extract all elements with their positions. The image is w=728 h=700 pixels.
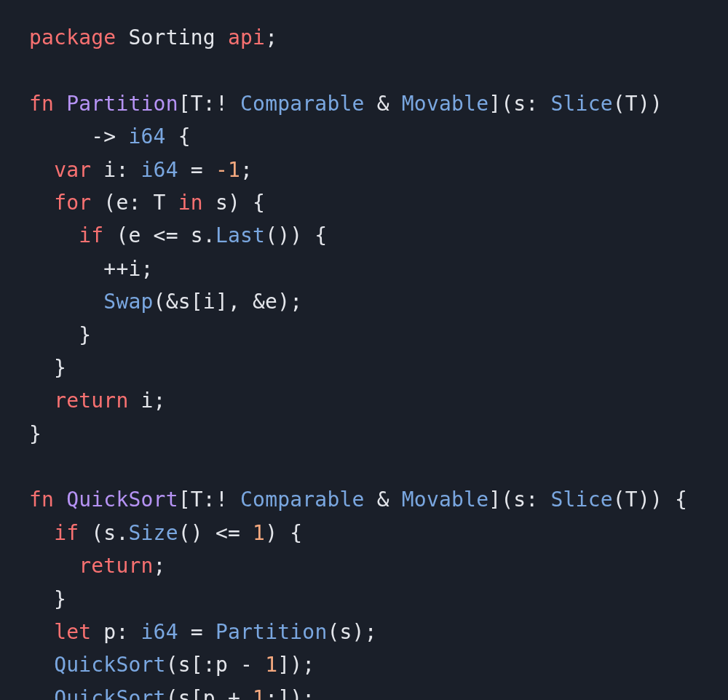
- code-token: (e: T: [91, 191, 178, 215]
- code-token: ()) {: [265, 223, 327, 247]
- code-token: Slice: [550, 92, 612, 116]
- code-token: -1: [215, 158, 240, 182]
- code-token: }: [29, 422, 41, 446]
- code-line: Swap(&s[i], &e);: [29, 290, 302, 314]
- code-token: ](s:: [488, 488, 550, 512]
- code-line: if (s.Size() <= 1) {: [29, 521, 302, 545]
- code-token: [T:!: [178, 92, 240, 116]
- code-token: &: [365, 92, 402, 116]
- code-token: s) {: [203, 191, 265, 215]
- code-token: =: [178, 620, 215, 644]
- code-token: () <=: [178, 521, 253, 545]
- code-token: 1: [253, 521, 265, 545]
- code-token: (T)): [613, 92, 662, 116]
- code-line: fn Partition[T:! Comparable & Movable](s…: [29, 92, 662, 116]
- code-token: Movable: [402, 92, 488, 116]
- code-line: package Sorting api;: [29, 25, 277, 49]
- code-line: return;: [29, 554, 166, 578]
- code-token: (s[p +: [166, 686, 253, 700]
- code-token: ) {: [265, 521, 302, 545]
- code-line: if (e <= s.Last()) {: [29, 223, 327, 247]
- code-token: }: [29, 323, 91, 347]
- code-line: var i: i64 = -1;: [29, 158, 253, 182]
- code-token: (e <= s.: [103, 223, 215, 247]
- code-token: :]);: [265, 686, 314, 700]
- code-line: }: [29, 422, 41, 446]
- code-token: i64: [141, 158, 178, 182]
- code-token: i64: [128, 124, 165, 148]
- code-token: ++i;: [29, 257, 154, 281]
- code-content: package Sorting api; fn Partition[T:! Co…: [29, 25, 687, 700]
- code-token: package: [29, 25, 116, 49]
- code-token: Comparable: [240, 92, 365, 116]
- code-line: QuickSort(s[p + 1:]);: [29, 686, 314, 700]
- code-line: return i;: [29, 389, 166, 413]
- code-line: }: [29, 356, 66, 380]
- code-token: [29, 686, 54, 700]
- code-token: [29, 521, 54, 545]
- code-token: &: [365, 488, 402, 512]
- code-line: let p: i64 = Partition(s);: [29, 620, 377, 644]
- code-token: [29, 389, 54, 413]
- code-token: Last: [215, 223, 265, 247]
- code-token: [29, 158, 54, 182]
- code-token: }: [29, 587, 66, 611]
- code-token: 1: [265, 653, 277, 677]
- code-token: Swap: [103, 290, 153, 314]
- code-token: [29, 620, 54, 644]
- code-token: [29, 554, 79, 578]
- code-token: fn: [29, 488, 54, 512]
- code-line: fn QuickSort[T:! Comparable & Movable](s…: [29, 488, 687, 512]
- code-token: Partition: [215, 620, 328, 644]
- code-token: [T:!: [178, 488, 240, 512]
- code-token: Slice: [550, 488, 612, 512]
- code-token: if: [79, 223, 103, 247]
- code-token: Comparable: [240, 488, 365, 512]
- code-token: [29, 290, 103, 314]
- code-token: QuickSort: [54, 653, 166, 677]
- code-line: QuickSort(s[:p - 1]);: [29, 653, 314, 677]
- code-line: -> i64 {: [29, 124, 191, 148]
- code-token: [54, 488, 66, 512]
- code-block: package Sorting api; fn Partition[T:! Co…: [0, 0, 728, 700]
- code-token: i;: [128, 389, 165, 413]
- code-token: Partition: [66, 92, 178, 116]
- code-token: }: [29, 356, 66, 380]
- code-token: return: [54, 389, 128, 413]
- code-token: (s.: [79, 521, 128, 545]
- code-token: ->: [29, 124, 128, 148]
- code-token: ]);: [277, 653, 314, 677]
- code-token: return: [79, 554, 153, 578]
- code-token: Size: [128, 521, 178, 545]
- code-token: (T)) {: [613, 488, 687, 512]
- code-token: [29, 653, 54, 677]
- code-token: =: [178, 158, 215, 182]
- code-line: ++i;: [29, 257, 154, 281]
- code-token: [54, 92, 66, 116]
- code-token: [29, 191, 54, 215]
- code-token: if: [54, 521, 79, 545]
- code-line: for (e: T in s) {: [29, 191, 265, 215]
- code-line: }: [29, 587, 66, 611]
- code-token: QuickSort: [66, 488, 178, 512]
- code-token: 1: [253, 686, 265, 700]
- code-token: var: [54, 158, 91, 182]
- code-token: Movable: [402, 488, 488, 512]
- code-token: (s[:p -: [166, 653, 265, 677]
- code-token: {: [166, 124, 191, 148]
- code-token: ](s:: [488, 92, 550, 116]
- code-token: QuickSort: [54, 686, 166, 700]
- code-token: ;: [265, 25, 277, 49]
- code-token: i:: [91, 158, 141, 182]
- code-token: Sorting: [116, 25, 228, 49]
- code-token: fn: [29, 92, 54, 116]
- code-token: api: [228, 25, 265, 49]
- code-line: }: [29, 323, 91, 347]
- code-token: i64: [141, 620, 178, 644]
- code-token: p:: [91, 620, 141, 644]
- code-token: [29, 223, 79, 247]
- code-token: let: [54, 620, 91, 644]
- code-token: in: [178, 191, 203, 215]
- code-token: ;: [154, 554, 166, 578]
- code-token: for: [54, 191, 91, 215]
